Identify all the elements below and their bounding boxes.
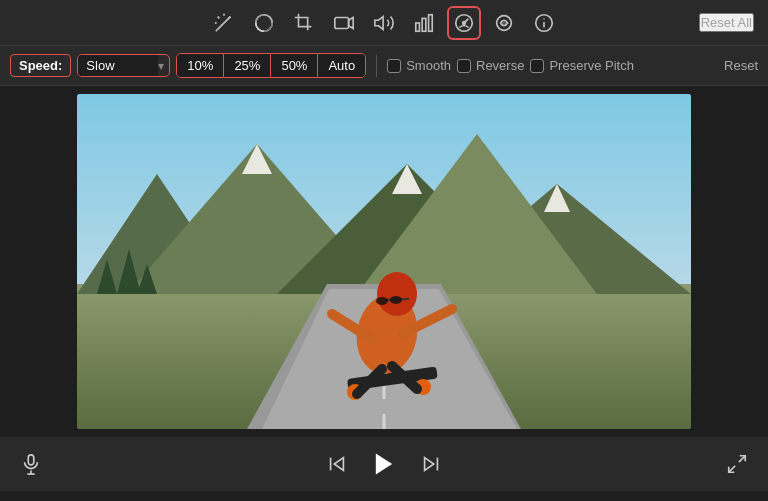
reverse-checkbox[interactable] <box>457 59 471 73</box>
reset-all-button[interactable]: Reset All <box>699 13 754 32</box>
speed-percent-group: 10% 25% 50% Auto <box>176 53 366 78</box>
preserve-pitch-label: Preserve Pitch <box>549 58 634 73</box>
video-scene <box>77 94 691 429</box>
svg-marker-52 <box>376 454 392 475</box>
speed-reset-button[interactable]: Reset <box>724 58 758 73</box>
top-toolbar: Reset All <box>0 0 768 46</box>
svg-rect-6 <box>335 17 349 28</box>
svg-rect-9 <box>416 23 420 31</box>
preserve-pitch-checkbox[interactable] <box>530 59 544 73</box>
svg-line-4 <box>229 16 231 18</box>
transitions-icon[interactable] <box>487 6 521 40</box>
svg-rect-11 <box>429 14 433 31</box>
speed-50-button[interactable]: 50% <box>271 54 318 77</box>
svg-marker-7 <box>349 17 354 28</box>
svg-rect-10 <box>422 18 426 31</box>
svg-marker-53 <box>425 458 434 471</box>
magic-wand-icon[interactable] <box>207 6 241 40</box>
mic-button[interactable] <box>20 453 42 475</box>
svg-point-46 <box>390 296 402 304</box>
svg-marker-50 <box>334 458 343 471</box>
speed-10-button[interactable]: 10% <box>177 54 224 77</box>
svg-rect-47 <box>28 455 34 465</box>
preserve-pitch-option[interactable]: Preserve Pitch <box>530 58 634 73</box>
smooth-option[interactable]: Smooth <box>387 58 451 73</box>
color-wheel-icon[interactable] <box>247 6 281 40</box>
svg-point-45 <box>376 297 388 305</box>
fullscreen-button[interactable] <box>726 453 748 475</box>
audio-icon[interactable] <box>367 6 401 40</box>
svg-point-17 <box>543 18 544 19</box>
speedometer-icon[interactable] <box>447 6 481 40</box>
fullscreen-icon[interactable] <box>726 453 748 475</box>
divider <box>376 55 377 77</box>
playback-controls <box>326 450 442 478</box>
svg-line-0 <box>218 16 231 29</box>
speed-select-wrap[interactable]: Slow Fast Normal Custom ▾ <box>77 54 170 77</box>
info-icon[interactable] <box>527 6 561 40</box>
svg-line-56 <box>729 466 735 472</box>
svg-line-55 <box>739 456 745 462</box>
speed-toolbar: Speed: Slow Fast Normal Custom ▾ 10% 25%… <box>0 46 768 86</box>
speed-label: Speed: <box>10 54 71 77</box>
chevron-down-icon: ▾ <box>158 59 164 73</box>
microphone-icon[interactable] <box>20 453 42 475</box>
play-button[interactable] <box>370 450 398 478</box>
svg-line-1 <box>218 16 220 18</box>
crop-icon[interactable] <box>287 6 321 40</box>
svg-point-39 <box>377 272 417 316</box>
svg-point-13 <box>463 21 466 24</box>
speed-auto-button[interactable]: Auto <box>318 54 365 77</box>
video-player <box>77 94 691 429</box>
skip-forward-button[interactable] <box>420 453 442 475</box>
speed-25-button[interactable]: 25% <box>224 54 271 77</box>
reverse-option[interactable]: Reverse <box>457 58 524 73</box>
bar-chart-icon[interactable] <box>407 6 441 40</box>
svg-marker-8 <box>375 16 383 29</box>
camera-icon[interactable] <box>327 6 361 40</box>
smooth-checkbox[interactable] <box>387 59 401 73</box>
skip-back-button[interactable] <box>326 453 348 475</box>
bottom-controls <box>0 437 768 491</box>
speed-select[interactable]: Slow Fast Normal Custom <box>78 55 158 76</box>
reverse-label: Reverse <box>476 58 524 73</box>
smooth-label: Smooth <box>406 58 451 73</box>
